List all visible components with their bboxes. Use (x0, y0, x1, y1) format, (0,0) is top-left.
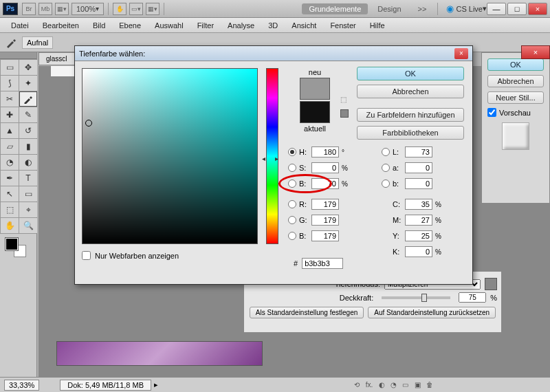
shape-tool[interactable]: ▭ (19, 186, 37, 202)
input-y[interactable] (405, 230, 432, 241)
side-newstyle-button[interactable]: Neuer Stil... (487, 91, 544, 104)
screen-icon[interactable]: ▭▾ (129, 3, 143, 15)
reset-default-button[interactable]: Auf Standardeinstellung zurücksetzen (368, 307, 496, 318)
radio-lb[interactable] (382, 179, 390, 188)
menu-bearbeiten[interactable]: Bearbeiten (36, 19, 86, 32)
cp-cancel-button[interactable]: Abbrechen (357, 85, 464, 98)
side-dialog-close[interactable]: × (521, 45, 550, 59)
tab-more[interactable]: >> (411, 3, 434, 14)
eyedropper-tool-icon[interactable] (4, 36, 18, 49)
radio-s[interactable] (288, 164, 296, 172)
input-m[interactable] (405, 215, 432, 226)
crop-tool[interactable]: ✂ (1, 91, 19, 107)
zoom-tool[interactable]: 🔍 (19, 218, 37, 233)
options-aufnal[interactable]: Aufnal (22, 36, 53, 49)
add-swatch-button[interactable]: Zu Farbfeldern hinzufügen (357, 108, 464, 122)
menu-bild[interactable]: Bild (86, 19, 112, 32)
window-maximize[interactable]: □ (507, 3, 527, 15)
marquee-tool[interactable]: ▭ (1, 60, 19, 75)
input-b[interactable] (311, 178, 339, 189)
input-c[interactable] (405, 199, 432, 210)
input-s[interactable] (311, 162, 339, 173)
brush-tool[interactable]: ✎ (19, 107, 37, 122)
window-close[interactable]: × (528, 3, 547, 15)
menu-3d[interactable]: 3D (261, 19, 285, 32)
tab-design[interactable]: Design (371, 3, 408, 14)
foreground-color-swatch[interactable] (6, 238, 18, 250)
toolbox-header[interactable] (0, 52, 36, 59)
menu-filter[interactable]: Filter (190, 19, 221, 32)
menu-datei[interactable]: Datei (4, 19, 36, 32)
input-bb[interactable] (311, 230, 339, 241)
hand-tool[interactable]: ✋ (1, 218, 19, 233)
hex-input[interactable] (302, 258, 343, 269)
preview-checkbox[interactable] (487, 108, 496, 117)
input-g[interactable] (311, 215, 339, 226)
input-k[interactable] (405, 246, 432, 257)
blur-tool[interactable]: ◔ (1, 155, 19, 170)
3d-tool[interactable]: ⬚ (1, 202, 19, 217)
type-tool[interactable]: T (19, 171, 37, 186)
stamp-tool[interactable]: ▲ (1, 123, 19, 138)
websafe-swatch[interactable] (340, 109, 349, 118)
bridge-icon[interactable]: Br (22, 3, 36, 15)
input-h[interactable] (311, 146, 339, 157)
tiefen-color-swatch[interactable] (485, 278, 497, 290)
current-color-swatch[interactable] (300, 101, 330, 123)
radio-a[interactable] (382, 164, 390, 172)
zoom-status[interactable]: 33,33% (4, 380, 39, 391)
set-default-button[interactable]: Als Standardeinstellung festlegen (250, 307, 364, 318)
minibridge-icon[interactable]: Mb (38, 3, 52, 15)
dialog-close-button[interactable]: × (454, 48, 468, 59)
deckkraft-slider[interactable] (382, 296, 450, 299)
menu-ebene[interactable]: Ebene (112, 19, 148, 32)
hand-icon[interactable]: ✋ (113, 3, 126, 15)
menu-auswahl[interactable]: Auswahl (148, 19, 190, 32)
3d-camera-tool[interactable]: ⌖ (19, 202, 37, 217)
radio-r[interactable] (288, 200, 296, 208)
hue-thumb[interactable]: ◂ ▸ (262, 155, 278, 162)
radio-bb[interactable] (288, 232, 296, 240)
dok-status[interactable]: Dok: 5,49 MB/11,8 MB (60, 380, 151, 391)
lasso-tool[interactable]: ⟆ (1, 76, 19, 91)
move-tool[interactable]: ✥ (19, 60, 37, 75)
wand-tool[interactable]: ✦ (19, 76, 37, 91)
saturation-value-field[interactable] (82, 68, 258, 244)
arrange-icon[interactable]: ▦▾ (146, 3, 160, 15)
radio-h[interactable] (288, 148, 296, 156)
radio-g[interactable] (288, 216, 296, 224)
input-lb[interactable] (405, 178, 432, 189)
deckkraft-input[interactable] (459, 292, 486, 303)
pen-tool[interactable]: ✒ (1, 171, 19, 186)
eraser-tool[interactable]: ▱ (1, 139, 19, 154)
dodge-tool[interactable]: ◐ (19, 155, 37, 170)
layer-panel-icons[interactable]: ⟲ fx. ◐ ◔ ▭ ▣ 🗑 (354, 378, 433, 391)
window-minimize[interactable]: — (487, 3, 506, 15)
input-a[interactable] (405, 162, 432, 173)
zoom-select[interactable]: 100% ▾ (72, 3, 104, 15)
photoshop-icon[interactable]: Ps (3, 3, 18, 15)
menu-ansicht[interactable]: Ansicht (285, 19, 323, 32)
menu-fenster[interactable]: Fenster (323, 19, 362, 32)
history-brush-tool[interactable]: ↺ (19, 123, 37, 138)
side-ok-button[interactable]: OK (487, 58, 544, 71)
path-tool[interactable]: ↖ (1, 186, 19, 202)
websafe-checkbox[interactable] (82, 251, 91, 260)
menu-hilfe[interactable]: Hilfe (363, 19, 392, 32)
side-cancel-button[interactable]: Abbrechen (487, 75, 544, 87)
document-tab[interactable]: glasscl (38, 52, 75, 65)
cp-ok-button[interactable]: OK (357, 67, 464, 80)
eyedropper-tool[interactable] (19, 91, 37, 107)
input-l[interactable] (405, 146, 432, 157)
cslive-button[interactable]: ◉ CS Live ▾ (446, 3, 487, 14)
cube-icon[interactable]: ⬚ (340, 96, 346, 103)
heal-tool[interactable]: ✚ (1, 107, 19, 122)
radio-l[interactable] (382, 148, 390, 156)
menu-analyse[interactable]: Analyse (221, 19, 261, 32)
gradient-tool[interactable]: ▮ (19, 139, 37, 154)
color-libraries-button[interactable]: Farbbibliotheken (357, 126, 464, 140)
tab-grundelemente[interactable]: Grundelemente (302, 3, 368, 14)
view-mode-icon[interactable]: ▦▾ (55, 3, 69, 15)
input-r[interactable] (311, 199, 339, 210)
radio-b[interactable] (288, 179, 296, 188)
